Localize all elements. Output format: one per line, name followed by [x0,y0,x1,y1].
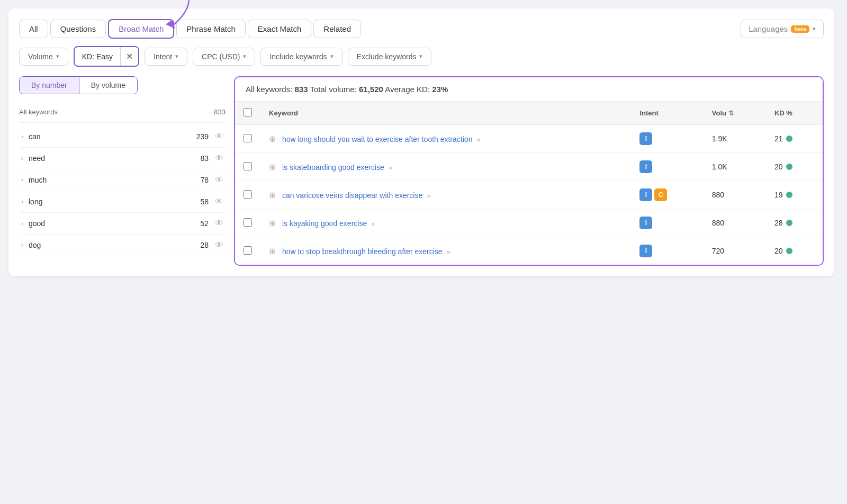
keyword-cell: ⊕ can varicose veins disappear with exer… [260,181,631,209]
row-checkbox-cell [235,153,260,181]
kd-dot-icon [786,192,792,198]
keyword-count: 833 [295,85,308,94]
sidebar-item[interactable]: › can 239 👁 [19,126,226,148]
chevron-right-icon: › [21,176,23,184]
chevron-down-icon: ▾ [419,53,422,60]
navigate-icon: » [476,136,480,143]
add-keyword-icon[interactable]: ⊕ [269,191,276,200]
add-keyword-icon[interactable]: ⊕ [269,219,276,228]
kd-dot-icon [786,164,792,170]
navigate-icon: » [389,164,392,172]
tab-broad-match[interactable]: Broad Match [108,19,174,39]
table-header-row: Keyword Intent Volu ⇅ KD % [235,102,823,125]
row-checkbox[interactable] [244,134,252,142]
include-keywords-label: Include keywords [269,52,327,61]
sidebar-item-label: much [29,176,200,184]
row-checkbox[interactable] [244,162,252,170]
chevron-right-icon: › [21,133,23,140]
sidebar-item[interactable]: › long 58 👁 [19,191,226,213]
row-checkbox[interactable] [244,246,252,255]
exclude-keywords-label: Exclude keywords [357,52,417,61]
languages-button[interactable]: Languages beta ▾ [741,20,824,38]
kd-dot-icon [786,248,792,254]
sidebar-item[interactable]: › much 78 👁 [19,169,226,191]
chevron-down-icon: ▾ [330,53,334,60]
sidebar-item-label: good [29,219,200,228]
exclude-keywords-filter[interactable]: Exclude keywords ▾ [348,48,432,66]
add-keyword-icon[interactable]: ⊕ [269,134,276,143]
sidebar-item[interactable]: › dog 28 👁 [19,235,226,256]
stats-bar: All keywords: 833 Total volume: 61,520 A… [235,77,823,102]
keyword-cell: ⊕ is skateboarding good exercise » [260,153,631,181]
intent-badge: I [639,132,652,145]
tab-related[interactable]: Related [313,20,361,38]
volume-cell: 880 [704,181,766,209]
keyword-link[interactable]: is skateboarding good exercise [282,163,384,172]
intent-filter[interactable]: Intent ▾ [145,48,187,66]
volume-filter[interactable]: Volume ▾ [19,48,68,66]
intent-cell: I [631,153,703,181]
sidebar-item-count: 28 [200,241,209,249]
volume-cell: 880 [704,209,766,237]
by-volume-toggle[interactable]: By volume [79,77,137,94]
keyword-link[interactable]: how to stop breakthrough bleeding after … [282,247,443,256]
th-keyword: Keyword [260,102,631,125]
tab-all[interactable]: All [19,20,48,38]
keyword-table-area: All keywords: 833 Total volume: 61,520 A… [234,76,824,266]
th-kd: KD % [766,102,823,125]
eye-icon[interactable]: 👁 [215,240,223,250]
stats-prefix: All keywords: [246,85,295,94]
row-checkbox[interactable] [244,190,252,199]
navigate-icon: » [427,192,430,200]
kd-cell: 20 [766,237,823,265]
tab-exact-match[interactable]: Exact Match [248,20,312,38]
eye-icon[interactable]: 👁 [215,219,223,228]
filters-row: Volume ▾ KD: Easy ✕ Intent ▾ CPC (USD) ▾… [19,46,824,67]
keyword-link[interactable]: can varicose veins disappear with exerci… [282,191,422,200]
chevron-right-icon: › [21,241,23,249]
row-checkbox[interactable] [244,218,252,227]
chevron-down-icon: ▾ [56,53,59,60]
eye-icon[interactable]: 👁 [215,197,223,206]
row-checkbox-cell [235,209,260,237]
include-keywords-filter[interactable]: Include keywords ▾ [260,48,342,66]
add-keyword-icon[interactable]: ⊕ [269,163,276,172]
by-number-toggle[interactable]: By number [20,77,79,94]
volume-cell: 1.0K [704,153,766,181]
intent-cell: IC [631,181,703,209]
kd-clear-button[interactable]: ✕ [120,47,138,66]
cpc-filter[interactable]: CPC (USD) ▾ [193,48,255,66]
eye-icon[interactable]: 👁 [215,132,223,141]
sidebar-item-label: long [29,197,200,206]
keyword-cell: ⊕ how long should you wait to exercise a… [260,125,631,153]
sidebar-item[interactable]: › need 83 👁 [19,148,226,169]
keyword-link[interactable]: is kayaking good exercise [282,219,367,228]
keyword-link[interactable]: how long should you wait to exercise aft… [282,135,473,143]
kd-cell: 20 [766,153,823,181]
add-keyword-icon[interactable]: ⊕ [269,247,276,256]
intent-badge: I [639,217,652,229]
sidebar-all-keywords-label: All keywords [19,108,58,116]
kd-dot-icon [786,136,792,142]
sort-icon: ⇅ [728,110,734,117]
th-volume[interactable]: Volu ⇅ [704,102,766,125]
intent-badge: C [654,188,667,201]
eye-icon[interactable]: 👁 [215,175,223,185]
tab-phrase-match[interactable]: Phrase Match [176,20,246,38]
chevron-down-icon: ▾ [813,25,816,32]
chevron-down-icon: ▾ [243,53,246,60]
intent-badge: I [639,160,652,173]
select-all-checkbox[interactable] [244,108,252,116]
table-row: ⊕ how long should you wait to exercise a… [235,125,823,153]
tab-questions[interactable]: Questions [50,20,106,38]
intent-badge: I [639,245,652,257]
chevron-right-icon: › [21,220,23,227]
chevron-down-icon: ▾ [175,53,178,60]
main-content: By number By volume All keywords 833 › c… [19,76,824,266]
sidebar-item-label: dog [29,241,200,249]
chevron-right-icon: › [21,198,23,205]
sidebar-item[interactable]: › good 52 👁 [19,213,226,235]
view-toggle: By number By volume [19,76,138,94]
eye-icon[interactable]: 👁 [215,154,223,163]
navigate-icon: » [371,220,375,228]
